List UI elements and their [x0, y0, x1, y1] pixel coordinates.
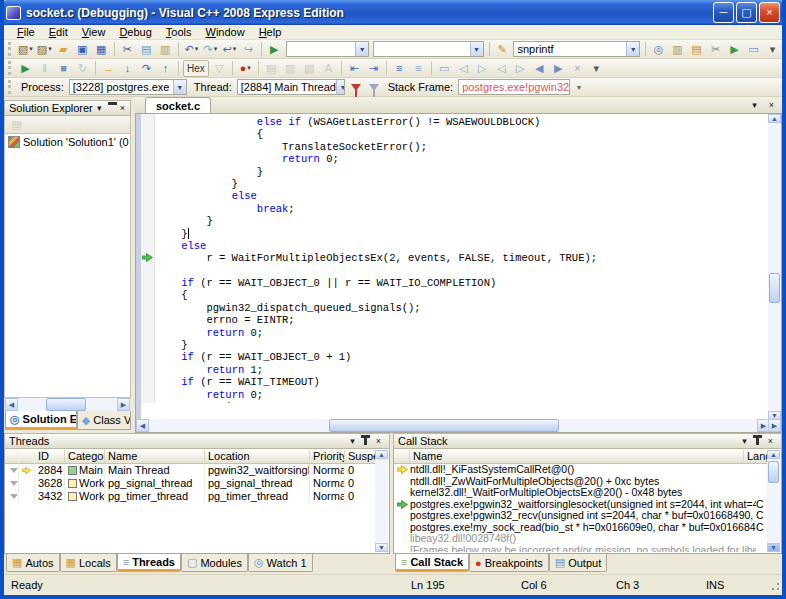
toolbar-grip[interactable] — [8, 80, 13, 94]
editor-hscrollbar[interactable]: ◀ ▶ — [136, 419, 770, 432]
thread-row[interactable]: 3432Workpg_timer_threadpg_timer_threadNo… — [5, 490, 377, 503]
chevron-down-icon[interactable]: ▼ — [470, 42, 483, 56]
threads-column-category[interactable]: Category — [65, 450, 105, 464]
thread-combo[interactable]: [2884] Main Thread▼ — [237, 79, 345, 95]
filter-system-threads-icon[interactable] — [369, 84, 379, 91]
document-tab-socket-c[interactable]: socket.c — [145, 97, 211, 113]
paste-icon[interactable]: ▥ — [157, 41, 174, 58]
code-line[interactable]: return 0; — [156, 327, 770, 339]
navigate-back-icon[interactable]: ↩▾ — [221, 41, 238, 58]
window-position-icon[interactable]: ▾ — [738, 435, 751, 447]
show-threads-in-source-icon[interactable]: ▽ — [211, 60, 228, 77]
save-all-icon[interactable]: ▦ — [93, 41, 110, 58]
chevron-down-icon[interactable]: ▾ — [48, 45, 52, 53]
call-stack-frame[interactable]: [Frames below may be incorrect and/or mi… — [394, 545, 770, 553]
menu-debug[interactable]: Debug — [112, 25, 158, 40]
code-editor[interactable]: else if (WSAGetLastError() != WSAEWOULDB… — [135, 114, 782, 433]
filter-threads-icon[interactable] — [351, 84, 361, 91]
code-line[interactable]: else — [156, 190, 770, 202]
redo-icon[interactable]: ↷▾ — [202, 41, 219, 58]
command-window-icon[interactable]: ▭ — [745, 41, 762, 58]
find-combo[interactable]: snprintf▼ — [513, 41, 640, 57]
chevron-down-icon[interactable]: ▼ — [173, 80, 186, 94]
import-export-settings-icon[interactable]: ▶ — [726, 41, 743, 58]
uncomment-selection-icon[interactable]: ≡ — [410, 60, 427, 77]
toolbar-options-icon[interactable]: ▾ — [588, 60, 605, 77]
scroll-left-icon[interactable]: ◀ — [5, 398, 18, 411]
code-line[interactable]: if (r == WAIT_TIMEOUT) — [156, 376, 770, 388]
pin-icon[interactable] — [364, 437, 367, 445]
find-options-icon[interactable]: ✎ — [493, 41, 510, 58]
next-bookmark-in-document-icon[interactable]: ▶ — [550, 60, 567, 77]
stack-frame-combo[interactable]: postgres.exe!pgwin32_waitfors▼ — [458, 79, 570, 95]
code-line[interactable]: } — [156, 215, 770, 227]
scroll-up-icon[interactable]: ▲ — [375, 450, 388, 459]
code-line[interactable]: } — [156, 166, 770, 178]
close-icon[interactable]: × — [372, 435, 385, 447]
threads-column-name[interactable]: Name — [105, 450, 205, 464]
code-line[interactable]: return 0; — [156, 389, 770, 401]
chevron-down-icon[interactable]: ▾ — [214, 45, 218, 53]
properties-window-icon[interactable]: ▤ — [688, 41, 705, 58]
solution-explorer-icon[interactable]: ▥ — [669, 41, 686, 58]
breakpoints-window-icon[interactable]: ●▾ — [237, 60, 254, 77]
call-stack-frame[interactable]: postgres.exe!my_sock_read(bio_st * h=0x0… — [394, 522, 770, 534]
code-line[interactable]: break; — [156, 203, 770, 215]
tab-class-view[interactable]: ◆Class View — [77, 411, 131, 430]
chevron-down-icon[interactable]: ▾ — [195, 45, 199, 53]
flag-icon[interactable] — [5, 477, 19, 490]
code-line[interactable] — [156, 265, 770, 277]
call-stack-frame[interactable]: postgres.exe!pgwin32_recv(unsigned int s… — [394, 510, 770, 522]
clear-bookmarks-icon[interactable]: × — [569, 60, 586, 77]
tab-threads[interactable]: ≡Threads — [117, 554, 181, 572]
window-position-icon[interactable]: ▾ — [93, 102, 106, 114]
add-item-icon[interactable]: ▨▾ — [36, 41, 53, 58]
code-line[interactable]: { — [156, 128, 770, 140]
tab-solution-expl-[interactable]: ◎Solution Expl... — [5, 411, 77, 430]
scroll-right-icon[interactable]: ▶ — [117, 398, 130, 411]
flag-icon[interactable] — [5, 490, 19, 503]
nav-combo[interactable]: ▼ — [286, 41, 369, 57]
chevron-down-icon[interactable]: ▾ — [233, 45, 237, 53]
flag-icon[interactable] — [5, 464, 19, 477]
threads-vscrollbar[interactable]: ▲ ▼ — [375, 450, 388, 552]
call-stack-frame[interactable]: ntdll.dll!_ZwWaitForMultipleObjects@20()… — [394, 476, 770, 488]
editor-vscrollbar[interactable]: ▲ ▼ — [768, 114, 781, 420]
scroll-down-icon[interactable]: ▼ — [375, 543, 388, 552]
comment-selection-icon[interactable]: ≡ — [391, 60, 408, 77]
menu-view[interactable]: View — [75, 25, 113, 40]
call-stack-name-column[interactable]: Name — [410, 450, 744, 464]
close-button[interactable]: × — [759, 2, 780, 23]
chevron-down-icon[interactable]: ▾ — [247, 64, 251, 72]
properties-icon[interactable]: ▤ — [8, 116, 25, 133]
start-debugging-icon[interactable]: ▶ — [266, 41, 283, 58]
scroll-up-icon[interactable]: ▲ — [767, 450, 780, 459]
display-word-completion-icon[interactable]: A — [320, 60, 337, 77]
code-line[interactable]: return 0; — [156, 153, 770, 165]
solution-root-item[interactable]: Solution 'Solution1' (0 projects — [5, 134, 130, 148]
open-file-icon[interactable]: ▰ — [55, 41, 72, 58]
splitter-box[interactable]: ▶ — [768, 419, 781, 432]
scroll-left-icon[interactable]: ◀ — [136, 419, 149, 432]
display-quick-info-icon[interactable]: ▧ — [301, 60, 318, 77]
menu-tools[interactable]: Tools — [159, 25, 199, 40]
tab-modules[interactable]: ▢Modules — [181, 554, 248, 572]
threads-column-priority[interactable]: Priority — [310, 450, 345, 464]
code-line[interactable]: { — [156, 289, 770, 301]
next-bookmark-icon[interactable]: ▷ — [474, 60, 491, 77]
code-line[interactable]: pgwin32_dispatch_queued_signals(); — [156, 302, 770, 314]
call-stack-frame[interactable]: kernel32.dll!_WaitForMultipleObjectsEx@2… — [394, 487, 770, 499]
toolbar-options-icon[interactable]: ▾ — [764, 41, 781, 58]
pin-icon[interactable] — [756, 437, 759, 445]
menu-window[interactable]: Window — [199, 25, 252, 40]
stop-debugging-icon[interactable]: ■ — [55, 60, 72, 77]
display-parameter-info-icon[interactable]: ▥ — [282, 60, 299, 77]
tab-breakpoints[interactable]: ●Breakpoints — [469, 554, 549, 572]
find-in-files-icon[interactable]: ◎ — [650, 41, 667, 58]
next-bookmark-in-folder-icon[interactable]: ▷ — [512, 60, 529, 77]
navigate-forward-icon[interactable]: ↪ — [240, 41, 257, 58]
minimize-button[interactable]: ─ — [713, 2, 734, 23]
code-line[interactable]: return 1; — [156, 364, 770, 376]
call-stack-frame[interactable]: libeay32.dll!0028748f() — [394, 533, 770, 545]
document-list-icon[interactable]: ▾ — [748, 99, 761, 111]
